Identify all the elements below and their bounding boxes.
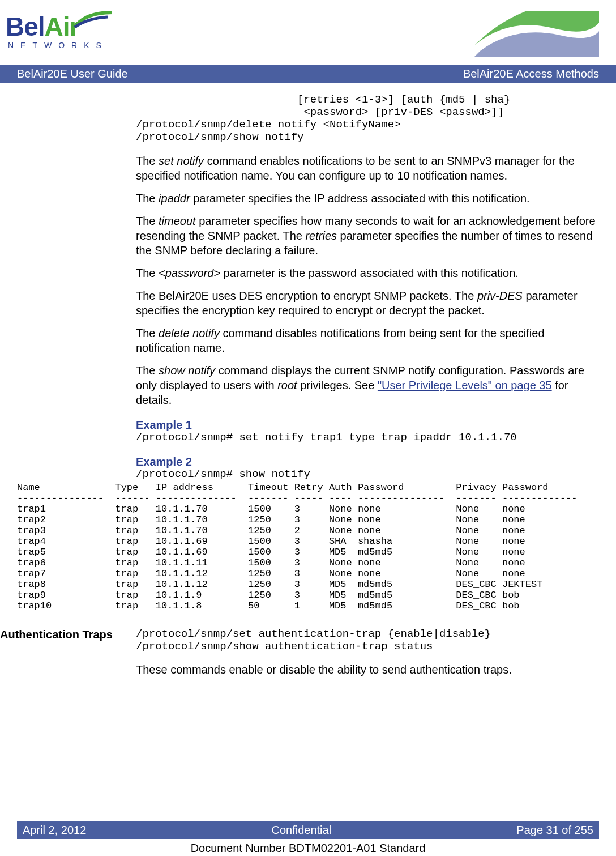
swoosh-icon: [74, 11, 113, 28]
wave-icon: [474, 11, 599, 57]
user-privilege-link[interactable]: "User Privilege Levels" on page 35: [378, 379, 552, 391]
footer-bar: April 2, 2012 Confidential Page 31 of 25…: [17, 821, 599, 839]
footer-date: April 2, 2012: [23, 824, 86, 837]
example1-heading: Example 1: [136, 419, 599, 432]
auth-traps-desc: These commands enable or disable the abi…: [136, 663, 599, 676]
logo-networks: NETWORKS: [8, 41, 113, 50]
footer-confidential: Confidential: [271, 824, 331, 837]
title-right: BelAir20E Access Methods: [463, 67, 599, 80]
example1-code: /protocol/snmp# set notify trap1 type tr…: [136, 432, 599, 444]
syntax-block: [retries <1-3>] [auth {md5 | sha} <passw…: [136, 94, 599, 143]
footer-page: Page 31 of 255: [516, 824, 593, 837]
page-header: BelAir NETWORKS: [0, 0, 616, 57]
logo-bel: Bel: [6, 11, 45, 42]
title-bar: BelAir20E User Guide BelAir20E Access Me…: [0, 65, 616, 83]
auth-traps-heading: Authentication Traps: [0, 628, 136, 688]
notify-table-output: Name Type IP address Timeout Retry Auth …: [17, 482, 599, 611]
body-text: The set notify command enables notificat…: [136, 154, 599, 407]
doc-number: Document Number BDTM02201-A01 Standard: [0, 842, 616, 855]
logo: BelAir NETWORKS: [6, 11, 113, 50]
example2-code: /protocol/snmp# show notify: [136, 469, 599, 481]
title-left: BelAir20E User Guide: [17, 67, 128, 80]
example2-heading: Example 2: [136, 455, 599, 469]
auth-traps-code: /protocol/snmp/set authentication-trap {…: [136, 628, 599, 653]
